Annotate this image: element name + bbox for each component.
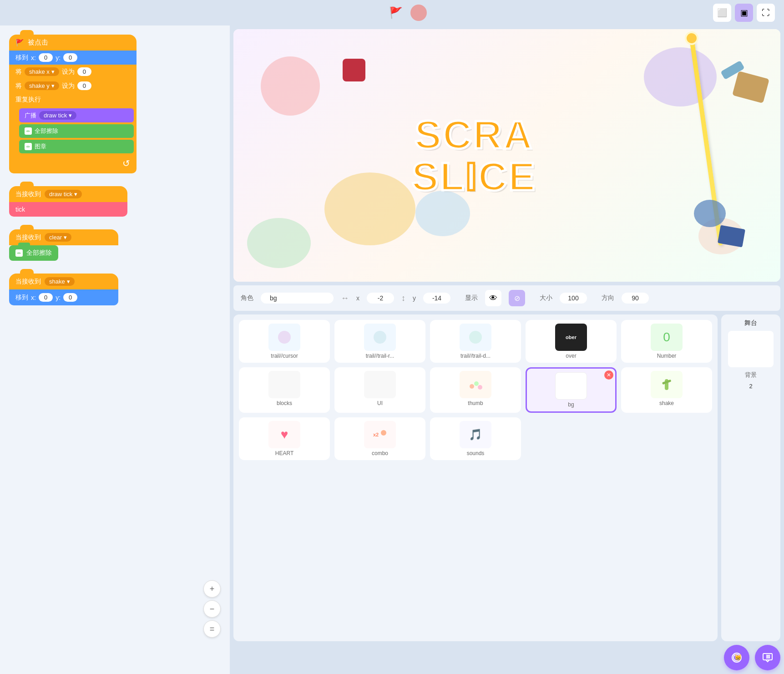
bottom-buttons: 😸 🖼 [230,645,784,674]
sprite-thumb-shake [651,371,683,398]
x-label-info: x [356,294,359,302]
show-eye-button[interactable]: 👁 [485,290,501,306]
zoom-reset-button[interactable]: = [203,620,221,638]
backdrop-label: 背景 [745,371,757,379]
pencil-icon-1: ✏ [25,127,32,135]
x-label-2: x: [31,294,36,301]
stage-canvas: SCRA SLICE [233,29,780,282]
sprite-thumb-ui [364,371,396,398]
shake-y-val[interactable]: 0 [77,81,91,90]
deco-rect [732,71,769,103]
hide-button[interactable]: ⊘ [509,290,525,306]
sprite-thumb-sounds: 🎵 [460,421,491,448]
green-flag-button[interactable]: 🚩 [387,4,405,22]
broadcast-label: 广播 [25,111,36,120]
tick-label: tick [15,206,25,213]
sprite-card-heart[interactable]: ♥ HEART [239,417,330,460]
deco-yellow [324,172,415,245]
sprite-thumb-trail-d [460,324,491,351]
x-value[interactable]: 0 [39,53,53,62]
block-group-receive-shake: 当接收到 shake ▾ 移到 x: 0 y: 0 [9,274,221,305]
x-value-info[interactable]: -2 [367,293,394,304]
flag-icon: 🚩 [15,39,24,47]
deco-red [261,56,320,116]
set-label-2: 将 [15,82,22,90]
sprite-card-thumb[interactable]: thumb [430,367,521,413]
layout-controls: ⬜ ▣ ⛶ [713,4,775,22]
deco-octagon [343,59,365,81]
sprite-card-sounds[interactable]: 🎵 sounds [430,417,521,460]
sprite-card-shake[interactable]: shake [621,367,712,413]
svg-point-2 [469,331,482,344]
top-center-controls: 🚩 [387,4,427,22]
stop-button[interactable] [410,5,427,21]
receive-val-1-dropdown[interactable]: draw tick ▾ [45,190,82,198]
add-sprite-button[interactable]: 😸 [724,645,749,670]
set-to-label-2: 设为 [62,82,75,90]
y-value-info[interactable]: -14 [423,293,450,304]
sprite-name-blocks: blocks [277,400,292,406]
sprite-card-trail-cursor[interactable]: trail//cursor [239,320,330,363]
layout-btn-1[interactable]: ⬜ [713,4,731,22]
direction-value[interactable]: 90 [622,293,649,304]
sprite-thumb-number: 0 [651,324,683,351]
sprite-card-over[interactable]: ober over [526,320,617,363]
sprite-card-ui[interactable]: UI [334,367,425,413]
x-value-2[interactable]: 0 [39,293,53,302]
receive-val-2-dropdown[interactable]: clear ▾ [45,233,71,242]
sprite-name-heart: HEART [275,450,293,456]
info-bar: 角色 bg ↔ x -2 ↕ y -14 显示 👁 ⊘ 大小 100 方向 90 [233,285,780,311]
top-bar: 🚩 ⬜ ▣ ⛶ [0,0,784,25]
shake-y-dropdown[interactable]: shake y ▾ [25,81,59,90]
sprite-delete-bg[interactable]: ✕ [604,370,613,380]
sprite-card-number[interactable]: 0 Number [621,320,712,363]
block-group-receive-drawtick: 当接收到 draw tick ▾ tick [9,186,221,217]
layout-btn-2[interactable]: ▣ [735,4,753,22]
deco-green [247,218,311,268]
svg-point-3 [470,384,474,389]
sprite-card-combo[interactable]: x2 combo [334,417,425,460]
deco-purple [644,47,717,106]
size-label: 大小 [540,294,552,302]
sprite-card-bg[interactable]: ✕ bg [526,367,617,413]
sprite-name-sounds: sounds [467,450,485,456]
y-value-2[interactable]: 0 [63,293,77,302]
sprite-name-combo: combo [372,450,388,456]
broadcast-val-dropdown[interactable]: draw tick ▾ [39,111,76,120]
updown-arrow: ↕ [401,294,405,303]
stage-sidebar: 舞台 背景 2 [721,314,780,641]
sprite-card-blocks[interactable]: blocks [239,367,330,413]
stage-sidebar-label: 舞台 [744,319,757,327]
y-value[interactable]: 0 [63,53,77,62]
pencil-icon-2: ✏ [25,143,32,150]
sprite-card-trail-r[interactable]: trail//trail-r... [334,320,425,363]
sprite-name-ui: UI [377,400,383,406]
loop-arrow: ↺ [122,158,130,169]
svg-point-5 [478,385,482,390]
block-group-receive-clear: 当接收到 clear ▾ ✏ 全部擦除 [9,229,221,261]
add-stage-button[interactable]: 🖼 [755,645,780,670]
repeat-label: 重复执行 [15,96,41,104]
svg-point-4 [474,381,479,386]
zoom-in-button[interactable]: + [203,580,221,598]
number-icon: 0 [663,330,670,345]
when-receive-3-label: 当接收到 [15,278,41,286]
stage-thumbnail[interactable] [728,331,774,367]
receive-val-3-dropdown[interactable]: shake ▾ [45,277,75,286]
code-scroll-area[interactable]: 🚩 被点击 移到 x: 0 y: 0 将 s [0,25,230,674]
shake-x-val[interactable]: 0 [77,67,91,76]
shake-x-dropdown[interactable]: shake x ▾ [25,67,59,76]
sprite-name-box[interactable]: bg [261,293,334,304]
fullscreen-btn[interactable]: ⛶ [757,4,775,22]
svg-text:x2: x2 [373,432,379,437]
sprite-thumb-heart: ♥ [268,421,300,448]
sprite-card-trail-d[interactable]: trail//trail-d... [430,320,521,363]
clear-label-1: 全部擦除 [35,127,58,135]
y-label-2: y: [56,294,61,301]
svg-text:🖼: 🖼 [766,654,770,659]
sprite-thumb-combo: x2 [364,421,396,448]
zoom-out-button[interactable]: − [203,600,221,618]
size-value[interactable]: 100 [560,293,587,304]
move-to-2-label: 移到 [15,294,28,302]
set-to-label-1: 设为 [62,68,75,76]
